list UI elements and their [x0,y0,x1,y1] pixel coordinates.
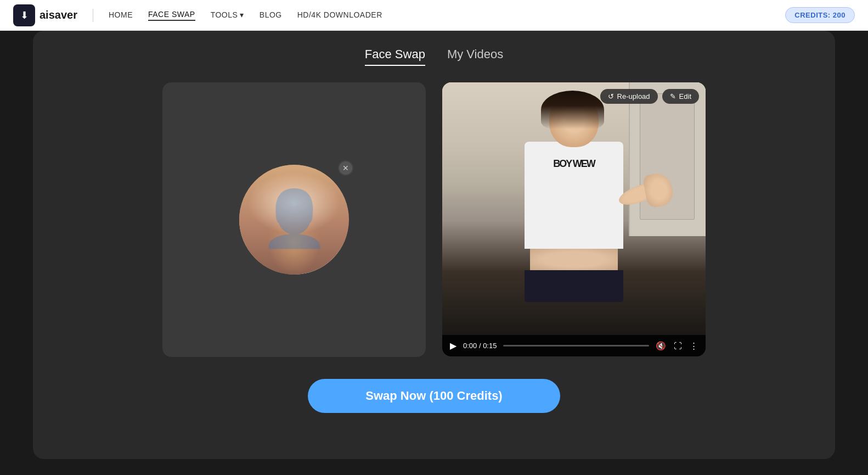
control-icons: 🔇 ⛶ ⋮ [656,341,698,351]
remove-face-button[interactable]: ✕ [338,160,353,176]
edit-icon: ✎ [670,92,676,100]
edit-button[interactable]: ✎ Edit [662,89,699,104]
credits-badge[interactable]: CREDITS: 200 [785,7,855,23]
play-icon: ▶ [450,340,456,351]
person-arm-right [616,178,663,209]
tab-face-swap[interactable]: Face Swap [365,47,425,66]
video-panel: ↺ Re-upload ✎ Edit [442,82,706,356]
video-controls: ▶ 0:00 / 0:15 🔇 ⛶ ⋮ [442,335,706,356]
logo-text: aisaver [40,9,77,21]
mute-button[interactable]: 🔇 [656,341,666,351]
reupload-label: Re-upload [617,92,650,100]
person-head [549,93,599,147]
reupload-icon: ↺ [608,92,614,100]
main-content: Face Swap My Videos ✕ ↺ Re-upload [33,31,835,459]
play-button[interactable]: ▶ [450,340,456,351]
time-display: 0:00 / 0:15 [463,342,497,350]
person-hair [541,91,604,129]
video-person: BOY WEW [497,93,651,302]
workspace: ✕ ↺ Re-upload ✎ Edit [55,82,813,357]
face-circle-wrapper: ✕ [239,165,349,275]
nav-divider [93,9,93,22]
person-pants [525,270,623,303]
edit-label: Edit [679,92,691,100]
tab-bar: Face Swap My Videos [55,47,813,66]
fullscreen-button[interactable]: ⛶ [674,341,682,350]
navbar: ⬇ aisaver HOME FACE SWAP TOOLS ▾ BLOG HD… [0,0,868,31]
more-options-button[interactable]: ⋮ [690,341,698,351]
swap-button-container: Swap Now (100 Credits) [55,379,813,413]
tab-my-videos[interactable]: My Videos [447,47,503,66]
video-actions: ↺ Re-upload ✎ Edit [600,89,699,104]
mute-icon: 🔇 [656,341,666,351]
person-midriff [530,249,618,270]
nav-home[interactable]: HOME [109,10,133,20]
reupload-button[interactable]: ↺ Re-upload [600,89,658,104]
person-body: BOY WEW [525,142,623,249]
logo-link[interactable]: ⬇ aisaver [13,4,77,26]
fullscreen-icon: ⛶ [674,341,682,350]
video-thumbnail: BOY WEW [442,82,706,335]
progress-bar[interactable] [503,345,649,347]
swap-now-button[interactable]: Swap Now (100 Credits) [308,379,560,413]
face-photo [239,165,349,275]
tools-chevron-icon: ▾ [240,10,244,19]
face-upload-panel[interactable]: ✕ [162,82,426,357]
nav-face-swap[interactable]: FACE SWAP [148,10,195,21]
shirt-text: BOY WEW [553,158,595,170]
nav-blog[interactable]: BLOG [260,10,282,20]
logo-icon: ⬇ [13,4,35,26]
nav-downloader[interactable]: HD/4K DOWNLOADER [297,10,382,20]
more-icon: ⋮ [690,341,698,351]
nav-tools[interactable]: TOOLS ▾ [211,10,244,20]
nav-links: HOME FACE SWAP TOOLS ▾ BLOG HD/4K DOWNLO… [109,10,774,21]
